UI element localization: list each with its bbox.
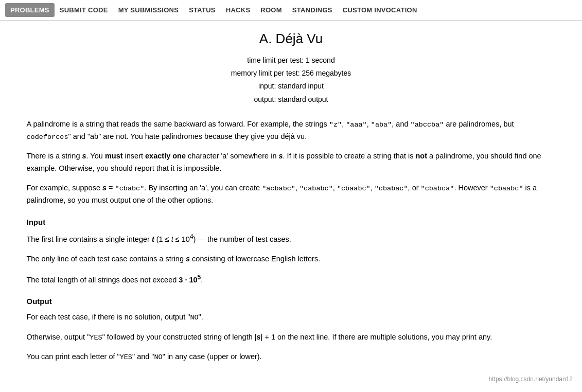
paragraph-output-3: You can print each letter of "YES" and "… (27, 351, 556, 363)
time-limit: time limit per test: 1 second (27, 54, 556, 67)
paragraph-input-1: The first line contains a single integer… (27, 232, 556, 246)
paragraph-task: There is a string s. You must insert exa… (27, 150, 556, 175)
nav-status[interactable]: STATUS (184, 3, 221, 17)
paragraph-output-2: Otherwise, output "YES" followed by your… (27, 331, 556, 344)
output-type: output: standard output (27, 93, 556, 106)
paragraph-input-2: The only line of each test case contains… (27, 253, 556, 265)
nav-problems[interactable]: PROBLEMS (5, 3, 55, 17)
paragraph-output-1: For each test case, if there is no solut… (27, 311, 556, 324)
nav-hacks[interactable]: HACKS (221, 3, 256, 17)
section-input-title: Input (27, 216, 556, 229)
problem-body: A palindrome is a string that reads the … (27, 118, 556, 363)
main-content: A. Déjà Vu time limit per test: 1 second… (8, 21, 574, 391)
paragraph-intro: A palindrome is a string that reads the … (27, 118, 556, 144)
problem-title: A. Déjà Vu (27, 31, 556, 47)
nav-my-submissions[interactable]: MY SUBMISSIONS (113, 3, 184, 17)
watermark: https://blog.csdn.net/yundan12 (489, 376, 573, 383)
input-type: input: standard input (27, 80, 556, 93)
paragraph-input-3: The total length of all strings does not… (27, 273, 556, 287)
memory-limit: memory limit per test: 256 megabytes (27, 67, 556, 80)
problem-meta: time limit per test: 1 second memory lim… (27, 54, 556, 106)
nav-custom-invocation[interactable]: CUSTOM INVOCATION (338, 3, 422, 17)
nav-standings[interactable]: STANDINGS (287, 3, 338, 17)
navigation: PROBLEMS SUBMIT CODE MY SUBMISSIONS STAT… (0, 0, 582, 21)
nav-room[interactable]: ROOM (255, 3, 287, 17)
nav-submit-code[interactable]: SUBMIT CODE (55, 3, 113, 17)
paragraph-example: For example, suppose s = "cbabc". By ins… (27, 182, 556, 207)
section-output-title: Output (27, 295, 556, 308)
